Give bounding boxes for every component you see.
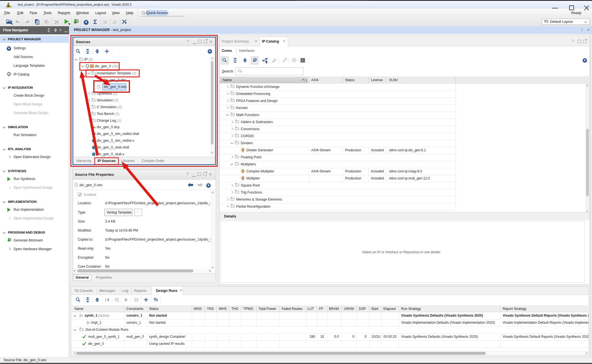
svg-text:1: 1 bbox=[306, 79, 307, 82]
svg-text:10: 10 bbox=[10, 239, 11, 241]
svg-text:10: 10 bbox=[76, 21, 79, 23]
svg-text:01: 01 bbox=[76, 19, 79, 21]
